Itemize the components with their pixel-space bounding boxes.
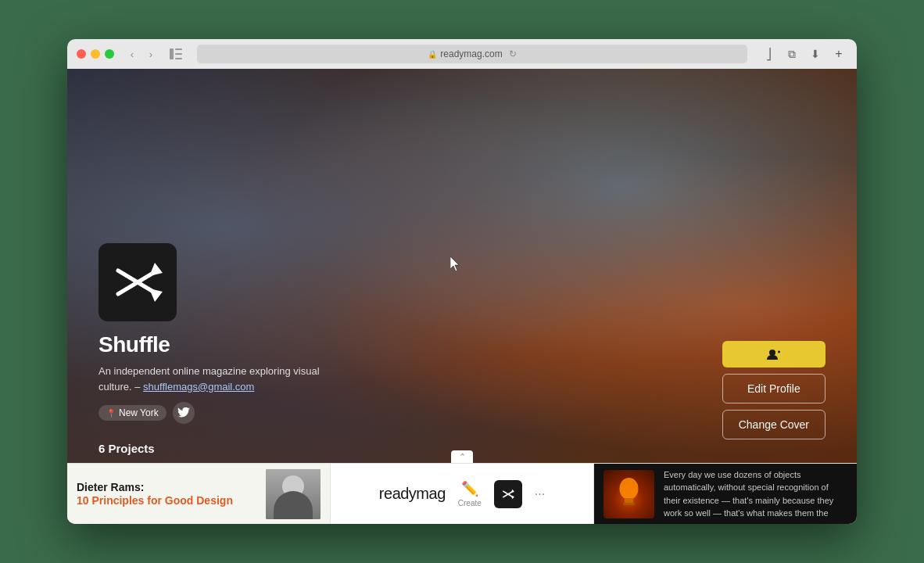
forward-button[interactable]: › bbox=[142, 47, 159, 61]
profile-bio: An independent online magazine exploring… bbox=[98, 364, 341, 394]
traffic-lights bbox=[77, 49, 114, 59]
svg-point-15 bbox=[620, 478, 639, 500]
pencil-icon: ✏️ bbox=[461, 480, 478, 497]
minimize-button[interactable] bbox=[91, 49, 100, 59]
lock-icon: 🔒 bbox=[428, 50, 437, 59]
svg-rect-3 bbox=[175, 58, 182, 59]
profile-section: Shuffle An independent online magazine e… bbox=[98, 243, 341, 424]
svg-point-8 bbox=[769, 350, 775, 356]
share-button[interactable]: ⎦ bbox=[760, 45, 777, 63]
scroll-indicator[interactable]: ⌃ bbox=[451, 450, 473, 463]
fullscreen-button[interactable] bbox=[105, 49, 114, 59]
svg-rect-17 bbox=[623, 503, 635, 505]
tabs-button[interactable]: ⧉ bbox=[783, 45, 800, 63]
location-text: New York bbox=[119, 407, 159, 418]
projects-count: 6 Projects bbox=[98, 442, 155, 455]
avatar bbox=[98, 243, 177, 321]
cover-area: Shuffle An independent online magazine e… bbox=[67, 69, 857, 463]
browser-content: Shuffle An independent online magazine e… bbox=[67, 69, 857, 524]
browser-window: ‹ › 🔒 readymag.com ↻ ⎦ ⧉ ⬇ + bbox=[67, 39, 857, 524]
profile-email[interactable]: shufflemags@gmail.com bbox=[143, 381, 254, 393]
edit-profile-button[interactable]: Edit Profile bbox=[722, 374, 826, 403]
scroll-arrow-icon: ⌃ bbox=[451, 450, 473, 463]
svg-marker-7 bbox=[149, 263, 163, 276]
readymag-create: ✏️ Create bbox=[458, 480, 482, 507]
svg-marker-5 bbox=[149, 289, 163, 302]
svg-rect-1 bbox=[175, 48, 182, 50]
profile-name: Shuffle bbox=[98, 332, 341, 357]
twitter-badge[interactable] bbox=[173, 402, 195, 424]
svg-rect-0 bbox=[170, 48, 174, 59]
readymag-shuffle-badge bbox=[494, 480, 522, 508]
svg-marker-12 bbox=[511, 496, 514, 499]
dieter-text: Dieter Rams: 10 Principles for Good Desi… bbox=[77, 481, 266, 507]
browser-actions: ⎦ ⧉ ⬇ bbox=[760, 45, 824, 63]
dieter-subtitle: 10 Principles for Good Design bbox=[77, 494, 266, 507]
bottom-strip: Dieter Rams: 10 Principles for Good Desi… bbox=[67, 463, 857, 524]
close-button[interactable] bbox=[77, 49, 86, 59]
svg-rect-2 bbox=[175, 53, 182, 55]
readymag-dots: ··· bbox=[535, 487, 545, 501]
strip-item-dieter[interactable]: Dieter Rams: 10 Principles for Good Desi… bbox=[67, 464, 331, 524]
strip-item-article[interactable]: Every day we use dozens of objects autom… bbox=[594, 464, 857, 524]
article-text: Every day we use dozens of objects autom… bbox=[664, 468, 847, 520]
reload-icon[interactable]: ↻ bbox=[509, 48, 517, 59]
change-cover-button[interactable]: Change Cover bbox=[722, 410, 826, 439]
dieter-title: Dieter Rams: bbox=[77, 481, 266, 494]
readymag-logo: readymag bbox=[379, 485, 446, 503]
url-text: readymag.com bbox=[440, 48, 502, 59]
strip-item-readymag[interactable]: readymag ✏️ Create ··· bbox=[331, 464, 594, 524]
follow-button[interactable] bbox=[722, 341, 826, 368]
create-label: Create bbox=[458, 499, 482, 507]
address-bar[interactable]: 🔒 readymag.com ↻ bbox=[197, 45, 747, 63]
nav-buttons: ‹ › bbox=[124, 47, 159, 61]
new-tab-button[interactable]: + bbox=[830, 45, 847, 63]
sidebar-button[interactable] bbox=[167, 47, 184, 61]
article-image bbox=[603, 470, 654, 518]
dieter-photo bbox=[266, 469, 321, 519]
location-badge: 📍 New York bbox=[98, 405, 167, 421]
profile-meta: 📍 New York bbox=[98, 402, 341, 424]
browser-chrome: ‹ › 🔒 readymag.com ↻ ⎦ ⧉ ⬇ + bbox=[67, 39, 857, 69]
location-pin-icon: 📍 bbox=[106, 409, 116, 418]
action-buttons: Edit Profile Change Cover bbox=[722, 341, 826, 439]
back-button[interactable]: ‹ bbox=[124, 47, 141, 61]
svg-marker-14 bbox=[511, 489, 514, 492]
downloads-button[interactable]: ⬇ bbox=[807, 45, 824, 63]
